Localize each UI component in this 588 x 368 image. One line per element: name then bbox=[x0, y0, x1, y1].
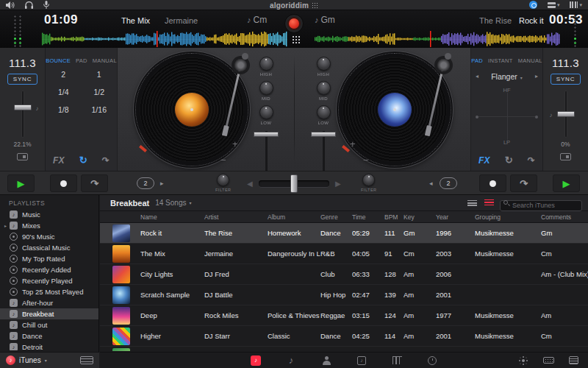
sync-button-b[interactable]: SYNC bbox=[551, 74, 581, 85]
eq-low-knob-b[interactable] bbox=[317, 105, 331, 119]
eq-high-knob-b[interactable] bbox=[317, 57, 331, 71]
waveform-deck-b[interactable] bbox=[315, 31, 560, 47]
headphones-icon[interactable] bbox=[25, 1, 33, 9]
loop-toggle-a-icon[interactable]: ↻ bbox=[79, 155, 87, 166]
sidebar-item-mixes[interactable]: ▸♪Mixes bbox=[0, 220, 98, 231]
disclosure-triangle-icon[interactable]: ▸ bbox=[4, 223, 10, 228]
tab-manual[interactable]: MANUAL bbox=[518, 57, 542, 64]
tab-pad[interactable]: PAD bbox=[471, 57, 483, 64]
eq-mid-knob-b[interactable] bbox=[317, 81, 331, 95]
tonearm-b[interactable] bbox=[423, 55, 450, 142]
column-header-comments[interactable]: Comments bbox=[541, 211, 588, 223]
search-input[interactable] bbox=[500, 200, 582, 211]
toolbar-artists-button[interactable] bbox=[320, 355, 332, 367]
column-header-genre[interactable]: Genre bbox=[320, 211, 352, 223]
song-count[interactable]: 14 Songs bbox=[155, 199, 186, 207]
sidebar-item-90-s-music[interactable]: 90's Music bbox=[0, 231, 98, 242]
loop-forward-icon[interactable]: ▸ bbox=[160, 180, 164, 187]
cue-jump-button-a[interactable]: ↷ bbox=[81, 174, 108, 192]
track-row-the-mix[interactable]: The MixJermaineDangerously In LoveR&B04:… bbox=[100, 244, 588, 264]
fx-xy-pad[interactable]: HF LP bbox=[471, 85, 542, 147]
fx-next-icon[interactable]: ▸ bbox=[535, 73, 538, 79]
fx-name[interactable]: Flanger bbox=[491, 72, 517, 81]
volume-fader-b[interactable] bbox=[309, 131, 337, 171]
column-header-grouping[interactable]: Grouping bbox=[475, 211, 541, 223]
pad-button[interactable]: 1/4 bbox=[46, 88, 82, 96]
pitch-fader-b[interactable]: ♪ bbox=[551, 91, 581, 137]
sidebar-item-classical-music[interactable]: Classical Music bbox=[0, 242, 98, 253]
source-label[interactable]: iTunes bbox=[19, 356, 41, 364]
sidebar-item-chill-out[interactable]: ♪Chill out bbox=[0, 319, 98, 330]
sidebar-item-recently-added[interactable]: Recently Added bbox=[0, 264, 98, 275]
volume-fader-handle[interactable] bbox=[254, 132, 279, 137]
mixer-layout-button[interactable]: ▾ bbox=[570, 1, 582, 8]
knob[interactable] bbox=[217, 174, 229, 186]
record-cue-button-b[interactable] bbox=[479, 174, 506, 192]
fx-toggle-b[interactable]: FX bbox=[478, 155, 490, 166]
volume-icon[interactable] bbox=[6, 1, 15, 9]
tab-instant[interactable]: INSTANT bbox=[488, 57, 513, 64]
zoom-out-icon[interactable]: − bbox=[220, 155, 226, 165]
filter-knob-a[interactable]: FILTER bbox=[215, 174, 232, 192]
crossfader[interactable] bbox=[259, 180, 329, 187]
toolbar-songs-button[interactable]: ♪ bbox=[285, 355, 297, 367]
pad-button[interactable]: 2 bbox=[46, 70, 82, 79]
artwork-view-icon[interactable] bbox=[484, 199, 494, 206]
pad-button[interactable]: 1/8 bbox=[46, 105, 82, 114]
keylock-icon[interactable] bbox=[17, 153, 28, 160]
sidebar-item-detroit[interactable]: ♪Detroit bbox=[0, 342, 98, 350]
knob[interactable] bbox=[362, 174, 375, 186]
sidebar-item-recently-played[interactable]: Recently Played bbox=[0, 275, 98, 286]
microphone-icon[interactable] bbox=[43, 1, 49, 9]
toolbar-genres-button[interactable] bbox=[391, 355, 403, 367]
status-blue-icon[interactable] bbox=[529, 1, 537, 9]
column-header-artist[interactable]: Artist bbox=[204, 211, 268, 223]
zoom-in-icon[interactable]: + bbox=[350, 139, 356, 149]
eq-mid-knob-a[interactable] bbox=[259, 81, 273, 95]
sync-button-a[interactable]: SYNC bbox=[7, 74, 37, 85]
volume-fader-a[interactable] bbox=[252, 131, 280, 171]
deck-layout-button[interactable]: ▾ bbox=[548, 2, 560, 8]
zoom-in-icon[interactable]: + bbox=[232, 139, 238, 149]
sidebar-item-breakbeat[interactable]: ♪Breakbeat bbox=[0, 308, 98, 319]
beat-grid-icon[interactable] bbox=[292, 35, 300, 43]
volume-fader-handle[interactable] bbox=[311, 132, 336, 137]
play-button-b[interactable]: ▶ bbox=[553, 174, 580, 192]
list-view-icon[interactable] bbox=[467, 200, 477, 206]
track-row-city-lights[interactable]: City LightsDJ FredClub06:33128Am2006Am -… bbox=[100, 264, 588, 285]
column-header-key[interactable]: Key bbox=[404, 211, 436, 223]
toolbar-history-button[interactable] bbox=[426, 355, 438, 367]
tab-bounce[interactable]: BOUNCE bbox=[46, 57, 71, 64]
tab-pad[interactable]: PAD bbox=[76, 57, 87, 64]
loop-toggle-b-icon[interactable]: ↻ bbox=[505, 155, 513, 166]
loop-length-badge-b[interactable]: 2 bbox=[440, 177, 457, 189]
queue-toggle-icon[interactable] bbox=[80, 356, 93, 364]
cue-jump-button-b[interactable]: ↷ bbox=[510, 174, 537, 192]
crossfade-left-icon[interactable]: ◀ bbox=[247, 180, 253, 188]
filter-knob-b[interactable]: FILTER bbox=[361, 174, 377, 192]
pitch-fader-a[interactable]: ♪ bbox=[8, 91, 37, 137]
toolbar-queue-button[interactable] bbox=[567, 355, 579, 367]
toolbar-mini-player-button[interactable] bbox=[542, 355, 554, 367]
record-cue-button-a[interactable] bbox=[50, 174, 77, 192]
tab-manual[interactable]: MANUAL bbox=[93, 57, 117, 64]
waveform-deck-a[interactable] bbox=[42, 31, 287, 47]
track-row-deep[interactable]: DeepRock MilesPolice & ThievesReggae03:1… bbox=[100, 305, 588, 326]
pad-button[interactable]: 1/2 bbox=[82, 88, 118, 96]
sidebar-item-dance[interactable]: ♪Dance bbox=[0, 330, 98, 342]
loop-length-badge-a[interactable]: 2 bbox=[137, 177, 154, 189]
pitch-fader-handle[interactable] bbox=[14, 105, 32, 110]
sidebar-item-my-top-rated[interactable]: My Top Rated bbox=[0, 253, 98, 264]
column-header-name[interactable]: Name bbox=[140, 211, 204, 223]
eq-low-knob-a[interactable] bbox=[259, 105, 273, 119]
sidebar-item-top-25-most-played[interactable]: Top 25 Most Played bbox=[0, 286, 98, 297]
track-row-scratch-sample[interactable]: Scratch SampleDJ BattleHip Hop02:47139Am… bbox=[100, 285, 588, 305]
column-header-time[interactable]: Time bbox=[352, 211, 384, 223]
pad-button[interactable]: 1 bbox=[82, 70, 118, 79]
toolbar-brightness-button[interactable] bbox=[517, 355, 529, 367]
pad-button[interactable]: 1/16 bbox=[82, 105, 118, 114]
toolbar-library-button[interactable]: ♪ bbox=[250, 355, 262, 367]
track-row-partial[interactable] bbox=[100, 347, 588, 351]
loop-back-icon[interactable]: ◂ bbox=[429, 180, 433, 187]
fx-prev-icon[interactable]: ◂ bbox=[476, 73, 478, 79]
